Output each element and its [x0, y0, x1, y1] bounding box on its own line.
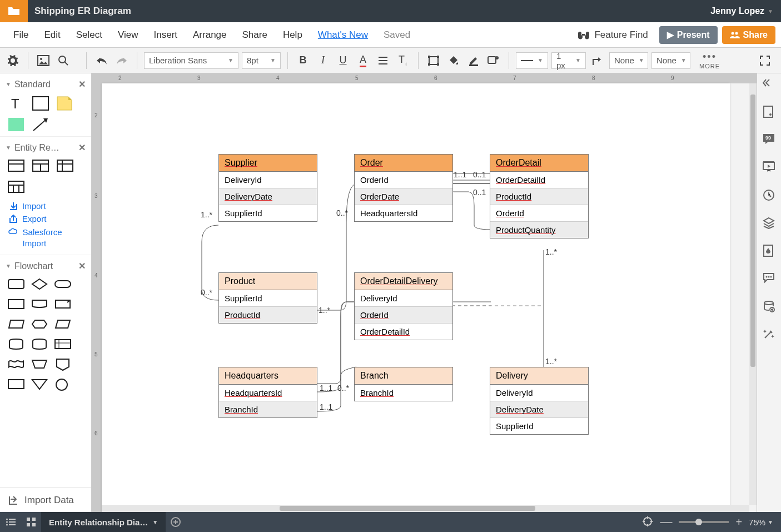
comments-icon[interactable]: 99: [763, 133, 776, 147]
entity-headquarters[interactable]: Headquarters HeadquartersId BranchId: [218, 367, 317, 418]
fc-offpage[interactable]: [54, 358, 71, 371]
menu-view[interactable]: View: [110, 29, 146, 41]
page[interactable]: Supplier DeliveryId DeliveryDate Supplie…: [102, 83, 730, 512]
shape-entity4[interactable]: [8, 181, 24, 194]
menu-help[interactable]: Help: [275, 29, 310, 41]
page-tab[interactable]: Entity Relationship Dia…▼: [41, 512, 166, 532]
line-color-icon[interactable]: [465, 52, 482, 69]
grid-view-icon[interactable]: [21, 512, 41, 532]
history-icon[interactable]: [763, 189, 776, 202]
font-size-dropdown[interactable]: 8pt▼: [242, 52, 281, 69]
fc-card[interactable]: [54, 298, 71, 311]
theme-icon[interactable]: [763, 245, 776, 258]
import-link[interactable]: Import: [0, 200, 91, 212]
entity-delivery[interactable]: Delivery DeliveryId DeliveryDate Supplie…: [490, 367, 589, 435]
fc-diamond[interactable]: [31, 278, 48, 291]
entity-branch[interactable]: Branch BranchId: [354, 367, 453, 401]
settings-icon[interactable]: [4, 52, 21, 69]
menu-insert[interactable]: Insert: [146, 29, 186, 41]
shape-options-icon[interactable]: [485, 52, 502, 69]
zoom-out-icon[interactable]: —: [660, 515, 672, 529]
entity-supplier[interactable]: Supplier DeliveryId DeliveryDate Supplie…: [218, 154, 317, 222]
font-family-dropdown[interactable]: Liberation Sans▼: [144, 52, 238, 69]
chat-icon[interactable]: [763, 272, 776, 286]
list-view-icon[interactable]: [1, 512, 21, 532]
data-icon[interactable]: [763, 300, 776, 314]
arrow-start-dropdown[interactable]: None▼: [609, 52, 648, 69]
fc-merge[interactable]: [31, 378, 48, 391]
fc-display[interactable]: [31, 298, 48, 311]
user-menu[interactable]: Jenny Lopez▼: [710, 6, 773, 16]
entity-orderdetail[interactable]: OrderDetail OrderDetailId ProductId Orde…: [490, 154, 589, 238]
collapse-icon[interactable]: [763, 78, 776, 91]
text-color-icon[interactable]: A: [355, 52, 371, 69]
fc-parallel[interactable]: [54, 318, 71, 331]
close-icon[interactable]: ✕: [78, 142, 86, 153]
zoom-level[interactable]: 75%▼: [749, 518, 773, 527]
presentation-icon[interactable]: [763, 161, 776, 175]
section-standard[interactable]: ▼Standard✕: [0, 73, 91, 94]
share-button[interactable]: Share: [722, 26, 775, 44]
shape-entity3[interactable]: [57, 160, 73, 173]
menu-share[interactable]: Share: [235, 29, 275, 41]
scrollbar-horizontal[interactable]: [102, 505, 749, 512]
fc-cylinder2[interactable]: [31, 338, 48, 351]
menu-arrange[interactable]: Arrange: [185, 29, 234, 41]
close-icon[interactable]: ✕: [78, 79, 86, 90]
arrow-end-dropdown[interactable]: None▼: [651, 52, 690, 69]
bold-icon[interactable]: B: [295, 52, 311, 69]
fc-internal[interactable]: [54, 338, 71, 351]
add-page-icon[interactable]: [166, 512, 186, 532]
line-style-dropdown[interactable]: ▼: [516, 52, 548, 69]
entity-product[interactable]: Product SupplierId ProductId: [218, 272, 317, 324]
menu-whatsnew[interactable]: What's New: [310, 29, 376, 41]
fc-terminator[interactable]: [54, 278, 71, 291]
entity-order[interactable]: Order OrderId OrderDate HeadquartersId: [354, 154, 453, 222]
scrollbar-vertical[interactable]: [749, 83, 757, 505]
line-width-dropdown[interactable]: 1 px▼: [551, 52, 586, 69]
page-settings-icon[interactable]: [763, 106, 776, 119]
more-button[interactable]: ••• MORE: [699, 51, 720, 69]
entity-orderdetaildelivery[interactable]: OrderDetailDelivery DeliveryId OrderId O…: [354, 272, 453, 340]
italic-icon[interactable]: I: [315, 52, 331, 69]
shape-arrow[interactable]: [32, 117, 49, 131]
present-button[interactable]: ▶Present: [659, 26, 718, 44]
import-data-button[interactable]: Import Data: [0, 488, 91, 512]
feature-find[interactable]: Feature Find: [578, 29, 648, 41]
fill-icon[interactable]: [445, 52, 462, 69]
shape-note[interactable]: [57, 96, 73, 110]
shape-fill-rect[interactable]: [8, 117, 24, 131]
salesforce-import-link[interactable]: Salesforce Import: [0, 225, 91, 250]
line-routing-icon[interactable]: [589, 52, 606, 69]
document-title[interactable]: Shipping ER Diagram: [34, 6, 131, 17]
shape-rectangle[interactable]: [32, 96, 49, 110]
menu-file[interactable]: File: [6, 29, 36, 41]
folder-icon[interactable]: [0, 0, 28, 22]
fc-hex[interactable]: [31, 318, 48, 331]
image-icon[interactable]: [35, 52, 52, 69]
fc-cylinder[interactable]: [8, 338, 24, 351]
fc-tape[interactable]: [8, 358, 24, 371]
layers-icon[interactable]: [763, 217, 776, 230]
export-link[interactable]: Export: [0, 212, 91, 225]
canvas[interactable]: 2 3 4 5 6 2 3 4 5 6 7 8 9: [92, 73, 757, 512]
shape-frame-icon[interactable]: [425, 52, 442, 69]
fc-trap[interactable]: [31, 358, 48, 371]
zoom-slider[interactable]: [679, 521, 729, 523]
fc-manual[interactable]: [8, 318, 24, 331]
shape-entity2[interactable]: [32, 160, 49, 173]
fc-rect[interactable]: [8, 278, 24, 291]
undo-icon[interactable]: [93, 52, 110, 69]
section-flowchart[interactable]: ▼Flowchart✕: [0, 255, 91, 276]
shape-entity1[interactable]: [8, 160, 24, 173]
redo-icon[interactable]: [113, 52, 130, 69]
fullscreen-icon[interactable]: [757, 52, 773, 69]
align-icon[interactable]: [375, 52, 391, 69]
magic-icon[interactable]: [763, 328, 776, 341]
shape-text[interactable]: T: [8, 96, 24, 110]
menu-select[interactable]: Select: [68, 29, 110, 41]
target-icon[interactable]: [642, 516, 653, 529]
text-format-icon[interactable]: T↕: [395, 52, 411, 69]
menu-edit[interactable]: Edit: [36, 29, 68, 41]
underline-icon[interactable]: U: [335, 52, 351, 69]
